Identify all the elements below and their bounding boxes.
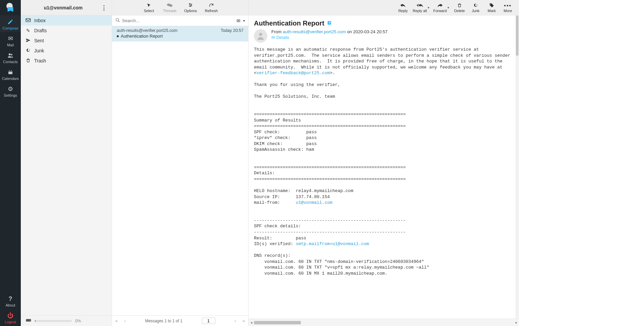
options-button[interactable]: Options [183, 3, 198, 13]
message-item[interactable]: auth-results@verifier.port25.com Today 2… [112, 26, 248, 42]
nav-logout-label: Logout [5, 320, 16, 324]
nav-mail[interactable]: ✉ Mail [0, 32, 21, 49]
on-label: on [347, 29, 352, 34]
reply-all-caret[interactable]: ▾ [427, 6, 430, 9]
folder-junk-label: Junk [34, 48, 44, 53]
prev-page[interactable]: ‹ [124, 319, 126, 323]
search-icon [115, 18, 120, 24]
nav-calendars[interactable]: Calendars [0, 66, 21, 83]
nav-contacts-label: Contacts [3, 60, 17, 64]
first-page[interactable]: « [115, 319, 118, 323]
avatar [254, 29, 267, 43]
nav-mail-label: Mail [7, 43, 14, 47]
hscroll-track[interactable] [254, 320, 514, 325]
forward-icon [437, 3, 443, 9]
search-row: ✉ ▾ [112, 15, 248, 26]
calendar-icon [8, 68, 13, 76]
select-button[interactable]: Select [142, 3, 156, 13]
folder-drafts[interactable]: ✎ Drafts [21, 26, 112, 36]
junk-button[interactable]: Junk [469, 3, 482, 13]
pencil-icon: ✎ [25, 28, 31, 33]
feedback-link[interactable]: verifier-feedback@port25.com [257, 71, 330, 76]
svg-point-10 [30, 320, 31, 321]
details-toggle[interactable]: ✉ Details [271, 35, 289, 40]
fire-icon [25, 48, 31, 54]
svg-point-19 [259, 33, 262, 36]
svg-rect-8 [26, 18, 30, 21]
search-input[interactable] [122, 18, 234, 23]
refresh-icon [209, 3, 214, 9]
mailfrom-link[interactable]: u1@vonmail.com [296, 200, 332, 205]
folder-sent[interactable]: Sent [21, 36, 112, 46]
next-page[interactable]: › [234, 319, 236, 323]
svg-rect-6 [9, 70, 9, 71]
gear-icon: ⚙ [8, 85, 13, 93]
svg-point-14 [191, 4, 192, 5]
nav-rail: Compose ✉ Mail Contacts Calendars ⚙ Sett… [0, 0, 21, 326]
folder-inbox-label: Inbox [34, 18, 46, 23]
reply-all-button[interactable]: Reply all [413, 3, 427, 13]
nav-about[interactable]: ? About [0, 292, 21, 309]
folder-trash-label: Trash [34, 58, 46, 63]
account-header: u1@vonmail.com ⋮ [21, 0, 112, 15]
spf-id-link[interactable]: smtp.mailfrom=u1@vonmail.com [296, 241, 369, 246]
svg-rect-7 [11, 70, 12, 71]
inbox-icon [25, 18, 31, 23]
nav-settings[interactable]: ⚙ Settings [0, 83, 21, 99]
more-button[interactable]: ••• More [501, 3, 514, 13]
paper-plane-icon [25, 38, 31, 44]
mark-button[interactable]: Mark [485, 3, 498, 13]
disk-icon [25, 318, 32, 323]
threads-button[interactable]: Threads [162, 3, 177, 13]
page-number-input[interactable] [202, 318, 215, 324]
app-logo [0, 0, 21, 15]
nav-logout[interactable]: ⏻ Logout [0, 309, 21, 326]
folder-inbox[interactable]: Inbox [21, 15, 112, 26]
hscroll-left[interactable]: ◂ [249, 321, 254, 324]
preview-from-line: From auth-results@verifier.port25.com on… [271, 29, 387, 34]
svg-point-16 [116, 18, 119, 21]
reply-icon [400, 3, 406, 9]
folder-junk[interactable]: Junk [21, 46, 112, 56]
folder-pane: u1@vonmail.com ⋮ Inbox ✎ Drafts Sent [21, 0, 112, 326]
hscroll-right[interactable]: ▸ [514, 321, 519, 324]
svg-point-12 [169, 4, 173, 7]
folder-trash[interactable]: Trash [21, 56, 112, 66]
svg-marker-1 [8, 7, 13, 12]
reply-button[interactable]: Reply [396, 3, 409, 13]
svg-point-13 [190, 3, 190, 4]
from-email-link[interactable]: auth-results@verifier.port25.com [283, 29, 346, 34]
search-scope-icon[interactable]: ✉ [236, 18, 240, 24]
open-external-icon[interactable] [327, 20, 332, 26]
tag-icon [489, 3, 494, 9]
list-footer: « ‹ Messages 1 to 1 of 1 › » [112, 315, 248, 326]
fire-icon [473, 3, 478, 9]
list-status: Messages 1 to 1 of 1 [145, 319, 182, 323]
nav-settings-label: Settings [4, 93, 17, 97]
account-menu[interactable]: ⋮ [101, 4, 107, 11]
delete-button[interactable]: Delete [453, 3, 466, 13]
cursor-icon [147, 3, 151, 9]
forward-button[interactable]: Forward [433, 3, 447, 13]
preview-hscroll: ◂ ▸ [249, 319, 519, 326]
nav-contacts[interactable]: Contacts [0, 49, 21, 66]
compose-icon [7, 18, 13, 26]
message-body-scroll[interactable]: This message is an automatic response fr… [249, 47, 519, 319]
nav-compose-label: Compose [2, 26, 18, 30]
list-toolbar: Select Threads Options Refresh [112, 0, 248, 15]
mail-icon: ✉ [8, 35, 13, 42]
svg-point-17 [490, 4, 491, 4]
preview-pane: Reply Reply all ▾ Forward ▾ Delete [249, 0, 519, 326]
trash-icon [457, 3, 462, 9]
trash-icon [25, 58, 31, 64]
last-page[interactable]: » [243, 319, 245, 323]
nav-about-label: About [6, 303, 15, 307]
nav-compose[interactable]: Compose [0, 15, 21, 32]
refresh-button[interactable]: Refresh [204, 3, 219, 13]
vscroll[interactable] [516, 15, 519, 319]
forward-caret[interactable]: ▾ [447, 6, 450, 9]
quota-bar: 0% [21, 315, 112, 326]
help-icon: ? [9, 295, 12, 302]
search-options-caret[interactable]: ▾ [243, 19, 245, 22]
quota-progress [35, 320, 72, 322]
